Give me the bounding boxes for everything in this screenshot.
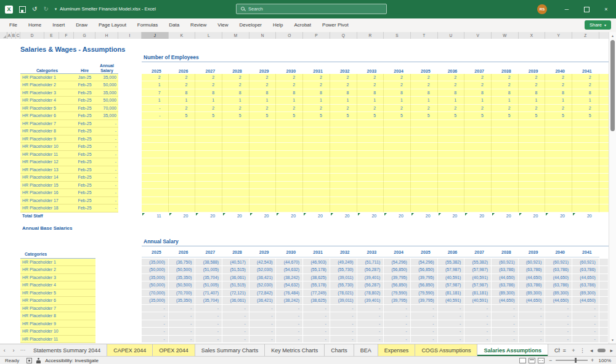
staff-salary-cell[interactable]: - <box>95 127 118 135</box>
annual-salary-cell[interactable]: - <box>142 305 168 312</box>
year-header-cell[interactable]: 2037 <box>464 249 492 257</box>
annual-salary-cell[interactable]: - <box>519 328 545 335</box>
annual-salary-cell[interactable]: - <box>464 320 491 328</box>
staff-salary-cell[interactable]: - <box>95 197 118 204</box>
sheet-tab-key-metrics-charts[interactable]: Key Metrics Charts <box>265 344 325 356</box>
employee-count-cell[interactable] <box>438 120 465 128</box>
annual-salary-cell[interactable]: - <box>519 312 545 320</box>
annual-salary-cell[interactable]: (71,407) <box>195 289 222 297</box>
employee-count-cell[interactable]: 2 <box>330 74 357 82</box>
employee-count-cell[interactable] <box>142 189 169 197</box>
employee-count-cell[interactable]: 2 <box>384 74 411 82</box>
employee-count-cell[interactable] <box>142 158 169 166</box>
year-header-cell[interactable]: 2025 <box>142 249 169 257</box>
staff-salary-cell[interactable]: 50,000 <box>95 81 118 89</box>
qat-customize-icon[interactable]: ▾ <box>55 7 57 12</box>
employee-count-cell[interactable] <box>142 127 169 135</box>
employee-count-cell[interactable]: 5 <box>384 112 411 120</box>
ribbon-tab-power-pivot[interactable]: Power Pivot <box>317 18 354 32</box>
employee-count-cell[interactable]: 1 <box>519 97 546 105</box>
employee-count-cell[interactable] <box>169 166 196 174</box>
undo-icon[interactable]: ↺ <box>32 0 37 18</box>
annual-salary-cell[interactable]: (60,921) <box>572 259 599 266</box>
employee-count-cell[interactable] <box>519 127 546 135</box>
column-header[interactable]: B <box>12 32 16 39</box>
year-header-cell[interactable]: 2035 <box>411 62 438 74</box>
employee-count-cell[interactable] <box>438 174 465 182</box>
employee-count-cell[interactable] <box>276 158 303 166</box>
employee-count-cell[interactable]: 5 <box>438 112 465 120</box>
annual-salary-cell[interactable]: (39,401) <box>357 297 384 304</box>
annual-salary-cell[interactable]: - <box>464 312 491 320</box>
employee-count-cell[interactable] <box>142 143 169 151</box>
annual-salary-cell[interactable]: (56,287) <box>357 281 384 289</box>
annual-salary-cell[interactable]: - <box>357 320 384 328</box>
annual-salary-cell[interactable]: - <box>545 336 572 343</box>
column-header[interactable]: W <box>492 32 519 39</box>
annual-salary-cell[interactable]: - <box>492 305 518 312</box>
employee-count-cell[interactable]: 1 <box>276 97 303 105</box>
staff-hire-cell[interactable]: Feb-25 <box>74 127 95 135</box>
annual-salary-cell[interactable]: - <box>330 328 357 335</box>
employee-count-cell[interactable]: 2 <box>249 105 277 113</box>
employee-count-cell[interactable] <box>276 204 303 212</box>
employee-count-cell[interactable] <box>276 120 303 128</box>
year-header-cell[interactable]: 2037 <box>464 62 492 74</box>
annual-salary-cell[interactable]: - <box>357 312 384 320</box>
ribbon-tab-help[interactable]: Help <box>267 18 288 32</box>
annual-salary-cell[interactable]: - <box>195 312 222 320</box>
select-all-corner[interactable] <box>0 32 7 39</box>
year-header-cell[interactable]: 2030 <box>276 249 303 257</box>
total-staff-cell[interactable]: 20 <box>169 212 196 220</box>
annual-salary-cell[interactable]: (44,650) <box>492 274 518 281</box>
total-staff-cell[interactable]: 20 <box>492 212 519 220</box>
annual-salary-cell[interactable]: (89,300) <box>572 289 599 297</box>
employee-count-cell[interactable] <box>411 120 438 128</box>
employee-count-cell[interactable] <box>195 174 222 182</box>
annual-salary-cell[interactable]: - <box>519 305 545 312</box>
employee-count-cell[interactable] <box>330 143 357 151</box>
column-header[interactable]: O <box>276 32 303 39</box>
annual-salary-cell[interactable]: (39,795) <box>411 297 437 304</box>
employee-count-cell[interactable] <box>357 151 384 159</box>
employee-count-cell[interactable] <box>492 158 519 166</box>
employee-count-cell[interactable] <box>492 174 519 182</box>
employee-count-cell[interactable] <box>195 158 222 166</box>
employee-count-cell[interactable] <box>169 204 196 212</box>
ribbon-tab-acrobat[interactable]: Acrobat <box>288 18 317 32</box>
year-header-cell[interactable]: 2040 <box>545 62 572 74</box>
annual-salary-cell[interactable]: (89,300) <box>519 289 545 297</box>
annual-salary-cell[interactable]: - <box>195 305 222 312</box>
employee-count-cell[interactable] <box>438 204 465 212</box>
annual-salary-cell[interactable]: - <box>222 312 249 320</box>
employee-count-cell[interactable]: 2 <box>249 81 277 89</box>
ribbon-tab-home[interactable]: Home <box>23 18 47 32</box>
employee-count-cell[interactable] <box>492 143 519 151</box>
annual-salary-cell[interactable]: (46,903) <box>303 259 330 266</box>
sheet-tab-cha[interactable]: Cha <box>548 344 560 356</box>
annual-salary-cell[interactable]: - <box>411 328 437 335</box>
employee-count-cell[interactable]: 1 <box>142 97 169 105</box>
employee-count-cell[interactable] <box>519 166 546 174</box>
annual-salary-cell[interactable]: - <box>464 305 491 312</box>
share-button[interactable]: Share ▾ <box>585 20 611 30</box>
annual-salary-cell[interactable]: (63,786) <box>545 266 572 273</box>
category-cell[interactable]: HR Placeholder 11 <box>20 336 95 344</box>
employee-count-cell[interactable] <box>142 204 169 212</box>
year-header-cell[interactable]: 2031 <box>303 249 330 257</box>
total-staff-cell[interactable]: 20 <box>438 212 465 220</box>
employee-count-cell[interactable]: 2 <box>519 74 546 82</box>
staff-header-categories[interactable]: Categories <box>20 62 74 73</box>
employee-count-cell[interactable]: 2 <box>195 81 222 89</box>
sheet-tab-opex-2044[interactable]: OPEX 2044 <box>153 344 195 356</box>
employee-count-cell[interactable]: 2 <box>492 74 519 82</box>
ribbon-tab-review[interactable]: Review <box>185 18 212 32</box>
ribbon-tab-file[interactable]: File <box>4 18 23 32</box>
employee-count-cell[interactable] <box>519 197 546 205</box>
employee-count-cell[interactable]: 2 <box>222 74 249 82</box>
employee-count-cell[interactable]: - <box>142 105 169 113</box>
staff-hire-cell[interactable]: Feb-25 <box>74 89 95 97</box>
annual-salary-partial-cell[interactable] <box>599 274 608 281</box>
staff-category-cell[interactable]: HR Placeholder 5 <box>20 105 74 112</box>
annual-salary-cell[interactable]: - <box>572 336 599 343</box>
